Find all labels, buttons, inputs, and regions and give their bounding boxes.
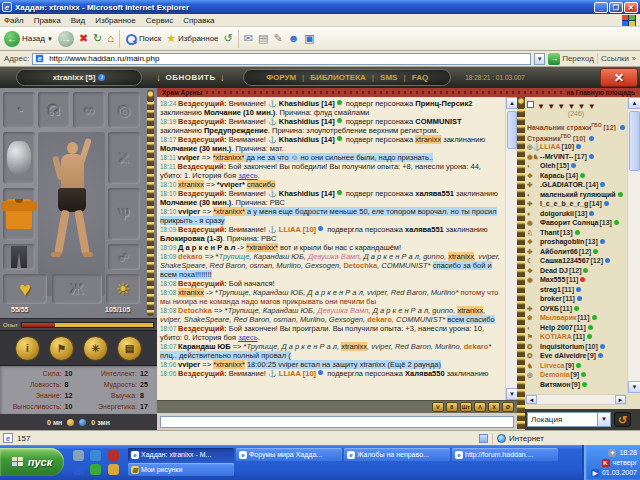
message-part[interactable]: xtranixx	[178, 180, 204, 189]
slot-earring[interactable]: ☊	[38, 92, 70, 128]
message-link[interactable]: здесь	[238, 333, 257, 342]
message-part[interactable]: *xtranixx*	[246, 243, 278, 252]
info-dot-icon[interactable]	[589, 136, 594, 141]
slot-pants[interactable]	[3, 244, 35, 270]
player-name[interactable]: Витямон	[540, 380, 570, 390]
menu-item[interactable]: Вид	[71, 16, 85, 25]
print-button[interactable]: ▤	[258, 33, 268, 44]
player-row[interactable]: ❖Карась[14]	[527, 171, 625, 181]
sort-arrow-icon[interactable]: ▼	[557, 102, 567, 111]
player-row[interactable]: ♦dolgorukii[13]	[527, 209, 625, 219]
sidebar-scroll-thumb[interactable]	[629, 111, 640, 171]
message-part[interactable]: xtranixx	[341, 342, 367, 351]
search-button[interactable]: Поиск	[125, 33, 161, 45]
player-name[interactable]: Мылварик	[540, 313, 576, 323]
player-row[interactable]: broker[11]	[527, 294, 625, 304]
message-part[interactable]: Detochka	[178, 306, 212, 315]
message-part[interactable]: LLiAA [10]	[277, 369, 316, 378]
player-name[interactable]: Фаворит Солнца	[540, 218, 598, 228]
location-refresh-button[interactable]: ↺	[614, 412, 631, 427]
chat-filter-button[interactable]: Ø	[502, 402, 514, 412]
antivirus-k-icon[interactable]: K	[602, 459, 610, 467]
taskbar-button[interactable]: eХаддан: xtranixx - M...	[128, 448, 234, 461]
chat-filter-button[interactable]: V	[432, 402, 444, 412]
player-name[interactable]: proshagoblin	[540, 237, 584, 247]
player-row[interactable]: ◐Oleh[15]	[527, 161, 625, 171]
player-name[interactable]: I_c_e_b_e_r_g	[540, 199, 588, 209]
slot-armor[interactable]	[3, 132, 35, 184]
npc-row[interactable]: Начальник стражиГБО [12]	[527, 120, 625, 131]
maximize-button[interactable]: ❐	[609, 2, 623, 13]
media-player-icon[interactable]	[90, 450, 101, 461]
menu-item[interactable]: Файл	[4, 16, 24, 25]
chevron-down-icon[interactable]: ▼	[597, 413, 610, 426]
taskbar-button[interactable]: eЖалобы на неправо...	[344, 448, 450, 461]
message-part[interactable]: dekaro	[178, 252, 203, 261]
chat-filter-button[interactable]: X	[488, 402, 500, 412]
chat-scrollbar[interactable]: ▲ ▼	[505, 97, 517, 400]
messenger-button[interactable]: ☻	[288, 33, 300, 44]
player-row[interactable]: ❖proshagoblin[13]	[527, 237, 625, 247]
message-part[interactable]: спасибо	[247, 180, 275, 189]
message-part[interactable]: Девушка Вамп	[308, 252, 359, 261]
info-icon[interactable]: i	[98, 74, 105, 81]
player-name[interactable]: Сашка1234567	[540, 256, 590, 266]
player-name[interactable]: Eve dAlveidre	[540, 351, 586, 361]
forward-button[interactable]: →	[58, 31, 74, 47]
message-part[interactable]: xtranixx	[178, 288, 204, 297]
message-part[interactable]: dekaro	[367, 315, 392, 324]
message-part[interactable]: xtranixx	[457, 306, 483, 315]
player-row[interactable]: ✚ОУКБ[11]	[527, 304, 625, 314]
nav-link[interactable]: FAQ	[412, 73, 428, 82]
sidebar-scrollbar[interactable]: ▲ ▼	[627, 97, 640, 393]
mail-button[interactable]: ✉	[244, 33, 253, 44]
refresh-button[interactable]: ↻	[93, 33, 102, 44]
sort-arrow-icon[interactable]: ▼	[588, 102, 596, 111]
slot-ring[interactable]: ◎	[108, 92, 140, 128]
message-part[interactable]: LLiAA [10]	[277, 225, 316, 234]
message-part[interactable]: Девушка Вамп	[317, 306, 368, 315]
player-row[interactable]: ✚I_c_e_b_e_r_g[14]	[527, 199, 625, 209]
player-name[interactable]: Dead DJ	[540, 266, 568, 276]
player-row[interactable]: ◉Фаворит Солнца[13]	[527, 218, 625, 228]
player-name[interactable]: broker	[540, 294, 562, 304]
message-part[interactable]: Трупище	[219, 252, 250, 261]
player-row[interactable]: ✪Eve dAlveidre[9]	[527, 351, 625, 361]
slot-gloves[interactable]: Ѱ	[108, 188, 140, 240]
player-row[interactable]: ◐маленький гуляющий	[527, 190, 625, 200]
message-part[interactable]: xtranixx	[448, 252, 474, 261]
resize-button[interactable]: ▣	[304, 33, 314, 44]
slot-amulet[interactable]: ∞	[73, 92, 105, 128]
player-row[interactable]: ✤Айболит66[12]	[527, 247, 625, 257]
player-name[interactable]: dolgorukii	[540, 209, 574, 219]
links-label[interactable]: Ссылки	[601, 54, 629, 63]
player-row[interactable]: ✪Inquisitorium[10]	[527, 342, 625, 352]
message-link[interactable]: здесь	[238, 171, 257, 180]
player-row[interactable]: ◎Demonia[9]	[527, 370, 625, 380]
links-chevron-icon[interactable]: »	[632, 55, 636, 62]
gold-toggle-icon[interactable]	[67, 419, 74, 426]
chat-filter-button[interactable]: Λ	[474, 402, 486, 412]
star-icon[interactable]	[108, 464, 119, 475]
player-name[interactable]: маленький гуляющий	[540, 190, 616, 200]
opera-icon[interactable]	[108, 450, 119, 461]
message-part[interactable]: *xtranixx*	[213, 360, 245, 369]
player-name[interactable]: Max555	[540, 275, 565, 285]
marquee-right[interactable]: на Главную площадь	[566, 89, 635, 96]
close-button[interactable]: ✕	[624, 2, 638, 13]
refresh-game-button[interactable]: ↓ ОБНОВИТЬ ↓	[156, 72, 225, 83]
sidebar-hscrollbar[interactable]: ◄ ►	[525, 394, 627, 405]
player-row[interactable]: ♘Thant[13]	[527, 228, 625, 238]
player-name[interactable]: strag1	[540, 285, 561, 295]
info-button[interactable]: i	[15, 336, 40, 361]
taskbar-button[interactable]: ▨Мои рисунки	[128, 463, 234, 476]
history-button[interactable]: ↺	[224, 33, 233, 44]
taskbar-button[interactable]: ehttp://forum.haddan....	[452, 448, 558, 461]
slot-health[interactable]: ♥	[3, 274, 47, 304]
slot-energy[interactable]: ☀	[106, 274, 140, 304]
player-name[interactable]: ОУКБ	[540, 304, 559, 314]
slot-shirt[interactable]	[3, 188, 35, 240]
message-part[interactable]: *xtranixx*	[213, 207, 245, 216]
player-name[interactable]: --MrVINT--	[540, 152, 573, 162]
menu-item[interactable]: Правка	[34, 16, 61, 25]
